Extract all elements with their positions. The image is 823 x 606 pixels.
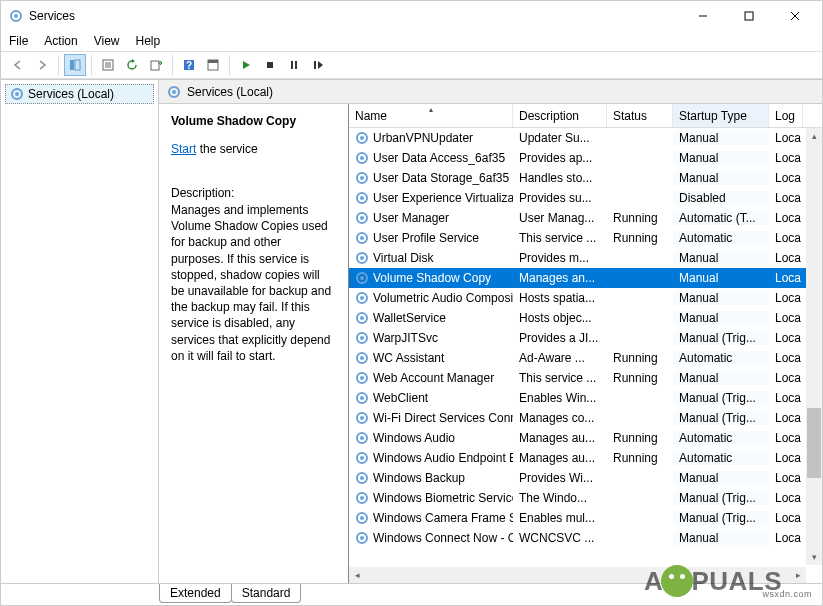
- start-service-link[interactable]: Start: [171, 142, 196, 156]
- service-row[interactable]: Windows Camera Frame Se...Enables mul...…: [349, 508, 822, 528]
- cell-description: This service ...: [513, 231, 607, 245]
- restart-service-button[interactable]: [307, 54, 329, 76]
- titlebar: Services: [1, 1, 822, 31]
- menu-file[interactable]: File: [9, 34, 28, 48]
- tab-standard[interactable]: Standard: [231, 584, 302, 603]
- svg-point-40: [360, 276, 364, 280]
- service-row[interactable]: Windows AudioManages au...RunningAutomat…: [349, 428, 822, 448]
- service-row[interactable]: WC AssistantAd-Aware ...RunningAutomatic…: [349, 348, 822, 368]
- menu-help[interactable]: Help: [136, 34, 161, 48]
- cell-description: Provides a JI...: [513, 331, 607, 345]
- gear-icon: [355, 291, 369, 305]
- service-row[interactable]: User Experience Virtualizati...Provides …: [349, 188, 822, 208]
- cell-name: Windows Audio Endpoint B...: [349, 451, 513, 465]
- menu-view[interactable]: View: [94, 34, 120, 48]
- scroll-right-button[interactable]: ▸: [790, 567, 806, 583]
- service-row[interactable]: User ManagerUser Manag...RunningAutomati…: [349, 208, 822, 228]
- service-row[interactable]: Windows Audio Endpoint B...Manages au...…: [349, 448, 822, 468]
- service-row[interactable]: Windows Connect Now - C...WCNCSVC ...Man…: [349, 528, 822, 548]
- col-startup[interactable]: Startup Type: [673, 104, 769, 127]
- cell-name-text: WarpJITSvc: [373, 331, 438, 345]
- pause-service-button[interactable]: [283, 54, 305, 76]
- svg-point-46: [360, 336, 364, 340]
- service-row[interactable]: UrbanVPNUpdaterUpdater Su...ManualLoca: [349, 128, 822, 148]
- cell-startup: Automatic (T...: [673, 211, 769, 225]
- properties-button[interactable]: [97, 54, 119, 76]
- pane-title: Services (Local): [187, 85, 273, 99]
- cell-name-text: WebClient: [373, 391, 428, 405]
- bottom-tabs: Extended Standard: [1, 583, 822, 605]
- cell-startup: Manual: [673, 131, 769, 145]
- cell-name: Volume Shadow Copy: [349, 271, 513, 285]
- service-row[interactable]: User Profile ServiceThis service ...Runn…: [349, 228, 822, 248]
- service-row[interactable]: WalletServiceHosts objec...ManualLoca: [349, 308, 822, 328]
- service-row[interactable]: Windows Biometric ServiceThe Windo...Man…: [349, 488, 822, 508]
- col-description[interactable]: Description: [513, 104, 607, 127]
- right-pane: Services (Local) Volume Shadow Copy Star…: [159, 80, 822, 583]
- col-log[interactable]: Log: [769, 104, 803, 127]
- scroll-thumb[interactable]: [807, 408, 821, 478]
- tree-root-label: Services (Local): [28, 87, 114, 101]
- main-area: Services (Local) Services (Local) Volume…: [1, 79, 822, 583]
- menu-action[interactable]: Action: [44, 34, 77, 48]
- service-row[interactable]: Volumetric Audio Composit...Hosts spatia…: [349, 288, 822, 308]
- show-hide-tree-button[interactable]: [64, 54, 86, 76]
- list-header: ▴ Name Description Status Startup Type L…: [349, 104, 822, 128]
- cell-name: User Manager: [349, 211, 513, 225]
- gear-icon: [355, 231, 369, 245]
- service-row[interactable]: WarpJITSvcProvides a JI...Manual (Trig..…: [349, 328, 822, 348]
- service-row[interactable]: Volume Shadow CopyManages an...ManualLoc…: [349, 268, 822, 288]
- col-status[interactable]: Status: [607, 104, 673, 127]
- svg-point-58: [360, 456, 364, 460]
- cell-startup: Manual: [673, 271, 769, 285]
- service-row[interactable]: Wi-Fi Direct Services Conne...Manages co…: [349, 408, 822, 428]
- horizontal-scrollbar[interactable]: ◂ ▸: [349, 567, 806, 583]
- col-status-label: Status: [613, 109, 647, 123]
- scroll-left-button[interactable]: ◂: [349, 567, 365, 583]
- svg-rect-19: [295, 61, 297, 69]
- svg-rect-3: [745, 12, 753, 20]
- svg-point-28: [360, 156, 364, 160]
- back-button[interactable]: [7, 54, 29, 76]
- forward-button[interactable]: [31, 54, 53, 76]
- col-name-label: Name: [355, 109, 387, 123]
- cell-description: Hosts objec...: [513, 311, 607, 325]
- cell-description: WCNCSVC ...: [513, 531, 607, 545]
- scroll-up-button[interactable]: ▴: [806, 128, 822, 144]
- tree-pane: Services (Local): [1, 80, 159, 583]
- help-button[interactable]: ?: [178, 54, 200, 76]
- cell-name: User Data Storage_6af35: [349, 171, 513, 185]
- svg-rect-6: [70, 60, 74, 70]
- cell-name: UrbanVPNUpdater: [349, 131, 513, 145]
- service-row[interactable]: User Data Storage_6af35Handles sto...Man…: [349, 168, 822, 188]
- vertical-scrollbar[interactable]: ▴ ▾: [806, 128, 822, 565]
- service-row[interactable]: WebClientEnables Win...Manual (Trig...Lo…: [349, 388, 822, 408]
- cell-startup: Automatic: [673, 451, 769, 465]
- service-row[interactable]: Windows BackupProvides Wi...ManualLoca: [349, 468, 822, 488]
- scroll-down-button[interactable]: ▾: [806, 549, 822, 565]
- export-button[interactable]: [145, 54, 167, 76]
- description-text: Manages and implements Volume Shadow Cop…: [171, 202, 336, 364]
- cell-status: Running: [607, 211, 673, 225]
- service-row[interactable]: User Data Access_6af35Provides ap...Manu…: [349, 148, 822, 168]
- svg-point-44: [360, 316, 364, 320]
- cell-name: Windows Backup: [349, 471, 513, 485]
- start-service-button[interactable]: [235, 54, 257, 76]
- service-row[interactable]: Web Account ManagerThis service ...Runni…: [349, 368, 822, 388]
- cell-log: Loca: [769, 411, 803, 425]
- col-description-label: Description: [519, 109, 579, 123]
- minimize-button[interactable]: [680, 1, 726, 31]
- svg-text:?: ?: [186, 60, 192, 71]
- service-row[interactable]: Virtual DiskProvides m...ManualLoca: [349, 248, 822, 268]
- gear-icon: [355, 311, 369, 325]
- refresh-button[interactable]: [121, 54, 143, 76]
- col-name[interactable]: ▴ Name: [349, 104, 513, 127]
- toolbar-separator: [91, 55, 92, 75]
- maximize-button[interactable]: [726, 1, 772, 31]
- view-button[interactable]: [202, 54, 224, 76]
- cell-log: Loca: [769, 331, 803, 345]
- tab-extended[interactable]: Extended: [159, 584, 232, 603]
- tree-root-services[interactable]: Services (Local): [5, 84, 154, 104]
- stop-service-button[interactable]: [259, 54, 281, 76]
- close-button[interactable]: [772, 1, 818, 31]
